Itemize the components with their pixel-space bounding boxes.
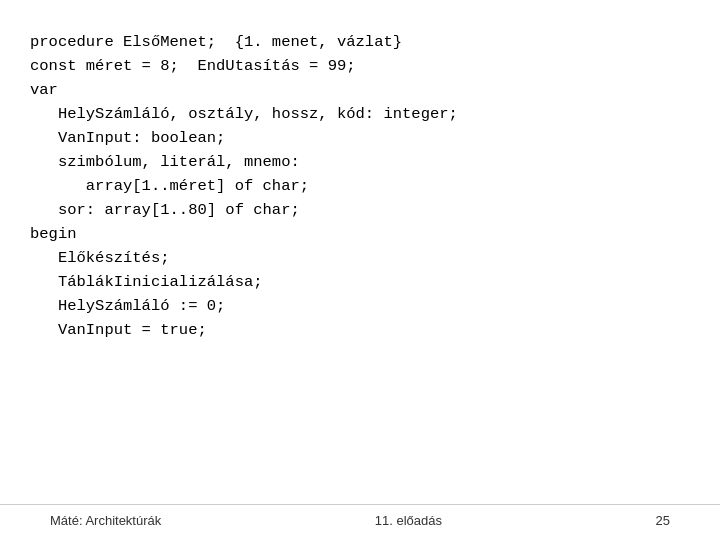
code-line-2: const méret = 8; EndUtasítás = 99; [30,57,356,75]
code-line-7: array[1..méret] of char; [30,177,309,195]
code-line-8: sor: array[1..80] of char; [30,201,300,219]
code-line-12: HelySzámláló := 0; [30,297,225,315]
code-line-13: VanInput = true; [30,321,207,339]
code-line-3: var [30,81,58,99]
code-line-6: szimbólum, literál, mnemo: [30,153,300,171]
footer-title: 11. előadás [375,513,442,528]
code-line-4: HelySzámláló, osztály, hossz, kód: integ… [30,105,458,123]
slide: procedure ElsőMenet; {1. menet, vázlat} … [0,0,720,540]
slide-footer: Máté: Architektúrák 11. előadás 25 [0,504,720,540]
footer-page: 25 [656,513,670,528]
code-block: procedure ElsőMenet; {1. menet, vázlat} … [0,0,720,504]
code-line-10: Előkészítés; [30,249,170,267]
code-line-11: TáblákIinicializálása; [30,273,263,291]
code-line-5: VanInput: boolean; [30,129,225,147]
code-line-9: begin [30,225,77,243]
code-line-1: procedure ElsőMenet; {1. menet, vázlat} [30,33,402,51]
footer-author: Máté: Architektúrák [50,513,161,528]
